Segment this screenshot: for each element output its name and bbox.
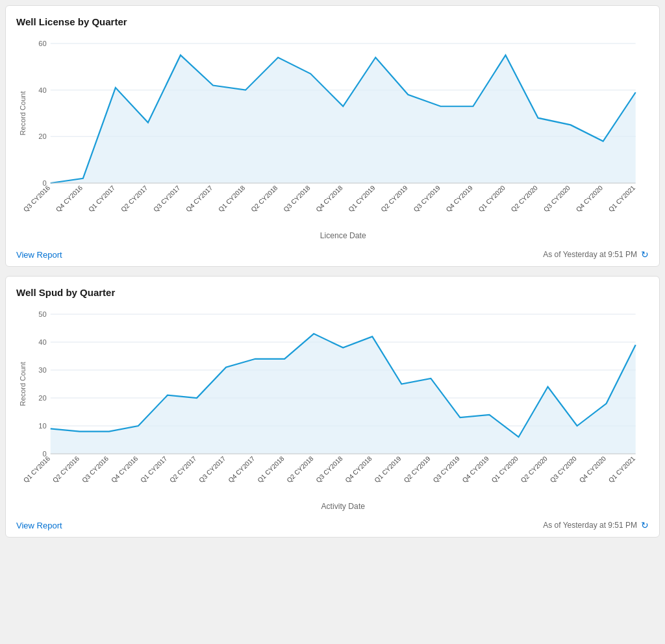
- chart2-view-report[interactable]: View Report: [16, 521, 62, 530]
- svg-text:Q1 CY2018: Q1 CY2018: [256, 454, 286, 484]
- svg-text:20: 20: [38, 132, 46, 140]
- svg-text:Q1 CY2017: Q1 CY2017: [139, 454, 169, 484]
- svg-text:10: 10: [38, 422, 46, 430]
- svg-text:30: 30: [38, 366, 46, 374]
- svg-text:Q2 CY2020: Q2 CY2020: [510, 184, 540, 213]
- chart1-footer: View Report As of Yesterday at 9:51 PM ↻: [16, 247, 649, 260]
- svg-text:Q2 CY2018: Q2 CY2018: [249, 184, 279, 213]
- svg-text:Q4 CY2017: Q4 CY2017: [227, 454, 257, 484]
- chart1-area: 0204060Record CountQ3 CY2016Q4 CY2016Q1 …: [16, 34, 649, 242]
- svg-text:Q2 CY2018: Q2 CY2018: [285, 454, 315, 484]
- svg-text:Q4 CY2020: Q4 CY2020: [575, 184, 605, 213]
- svg-text:Q4 CY2017: Q4 CY2017: [184, 184, 214, 213]
- svg-text:Q2 CY2020: Q2 CY2020: [520, 454, 549, 484]
- svg-text:Q4 CY2016: Q4 CY2016: [55, 184, 84, 213]
- chart1-refresh-icon[interactable]: ↻: [641, 249, 649, 260]
- svg-text:Record Count: Record Count: [19, 362, 27, 406]
- svg-text:Q2 CY2016: Q2 CY2016: [51, 454, 81, 484]
- svg-text:Q4 CY2018: Q4 CY2018: [314, 184, 344, 213]
- svg-text:Q2 CY2017: Q2 CY2017: [168, 454, 198, 484]
- svg-text:Q3 CY2017: Q3 CY2017: [197, 454, 227, 484]
- svg-text:Q3 CY2018: Q3 CY2018: [314, 454, 344, 484]
- chart2-refresh-icon[interactable]: ↻: [641, 520, 649, 530]
- svg-text:Q4 CY2020: Q4 CY2020: [578, 454, 608, 484]
- svg-text:Q1 CY2021: Q1 CY2021: [607, 184, 637, 213]
- svg-text:Q4 CY2016: Q4 CY2016: [110, 454, 140, 484]
- svg-text:Q1 CY2018: Q1 CY2018: [217, 184, 247, 213]
- svg-text:Q4 CY2019: Q4 CY2019: [445, 184, 475, 213]
- svg-text:60: 60: [38, 40, 46, 47]
- chart2-title: Well Spud by Quarter: [16, 287, 649, 298]
- chart1-as-of-text: As of Yesterday at 9:51 PM: [543, 250, 637, 259]
- chart2-as-of-text: As of Yesterday at 9:51 PM: [543, 521, 637, 530]
- svg-text:Licence Date: Licence Date: [320, 231, 366, 240]
- svg-text:Activity Date: Activity Date: [321, 502, 365, 511]
- svg-text:Q4 CY2019: Q4 CY2019: [461, 454, 491, 484]
- svg-text:Q2 CY2017: Q2 CY2017: [119, 184, 149, 213]
- svg-text:Q3 CY2020: Q3 CY2020: [542, 184, 572, 213]
- chart1-view-report[interactable]: View Report: [16, 250, 62, 260]
- svg-text:Q3 CY2018: Q3 CY2018: [282, 184, 312, 213]
- svg-text:Q1 CY2019: Q1 CY2019: [373, 454, 403, 484]
- chart2-area: 01020304050Record CountQ1 CY2016Q2 CY201…: [16, 304, 649, 512]
- svg-text:Q3 CY2016: Q3 CY2016: [81, 454, 110, 484]
- svg-text:40: 40: [38, 86, 46, 94]
- chart1-title: Well License by Quarter: [16, 16, 649, 27]
- chart1-as-of: As of Yesterday at 9:51 PM ↻: [543, 249, 649, 260]
- svg-text:Q2 CY2019: Q2 CY2019: [379, 184, 409, 213]
- svg-text:Q1 CY2017: Q1 CY2017: [87, 184, 117, 213]
- svg-text:Q1 CY2020: Q1 CY2020: [490, 454, 520, 484]
- svg-text:Q3 CY2020: Q3 CY2020: [549, 454, 579, 484]
- svg-text:Q1 CY2021: Q1 CY2021: [607, 454, 637, 484]
- svg-text:Q1 CY2020: Q1 CY2020: [477, 184, 507, 213]
- well-spud-chart-card: Well Spud by Quarter 01020304050Record C…: [5, 276, 660, 538]
- svg-text:Record Count: Record Count: [19, 92, 27, 136]
- svg-text:Q3 CY2016: Q3 CY2016: [22, 184, 52, 213]
- svg-text:50: 50: [38, 310, 46, 318]
- chart2-footer: View Report As of Yesterday at 9:51 PM ↻: [16, 517, 649, 530]
- svg-text:Q4 CY2018: Q4 CY2018: [344, 454, 373, 484]
- svg-text:Q2 CY2019: Q2 CY2019: [403, 454, 433, 484]
- svg-text:Q3 CY2019: Q3 CY2019: [412, 184, 442, 213]
- well-license-chart-card: Well License by Quarter 0204060Record Co…: [5, 5, 660, 267]
- svg-text:Q3 CY2017: Q3 CY2017: [152, 184, 182, 213]
- svg-text:20: 20: [38, 394, 46, 402]
- chart2-as-of: As of Yesterday at 9:51 PM ↻: [543, 520, 649, 530]
- svg-text:Q1 CY2016: Q1 CY2016: [22, 454, 52, 484]
- svg-text:Q1 CY2019: Q1 CY2019: [347, 184, 377, 213]
- svg-text:Q3 CY2019: Q3 CY2019: [432, 454, 462, 484]
- svg-text:40: 40: [38, 338, 46, 346]
